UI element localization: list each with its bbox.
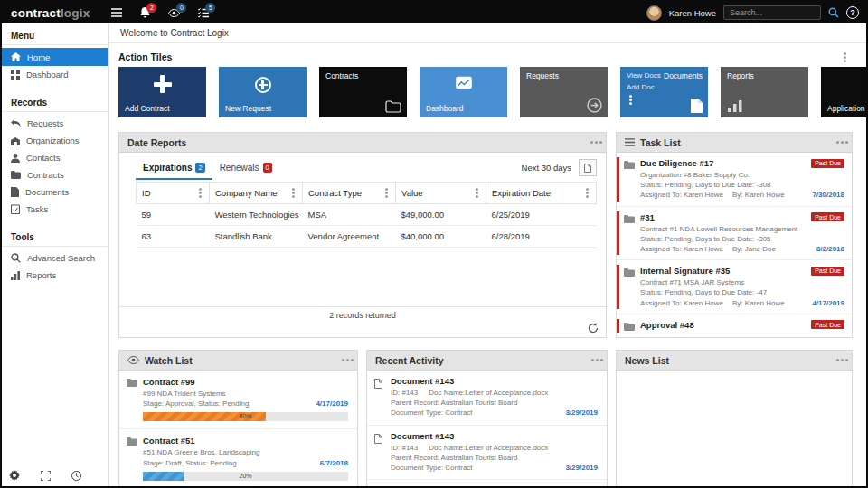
sidebar-item-documents[interactable]: Documents — [2, 183, 108, 201]
settings-gear-icon[interactable] — [9, 470, 20, 481]
tile-contracts[interactable]: Contracts — [319, 67, 407, 117]
dashboard-grid-icon — [11, 70, 20, 80]
sidebar-header-menu: Menu — [2, 23, 108, 45]
sidebar-item-organizations[interactable]: Organizations — [2, 132, 108, 149]
sidebar-item-requests[interactable]: Requests — [2, 115, 108, 132]
sidebar-item-label: Advanced Search — [27, 253, 95, 263]
sidebar-item-reports[interactable]: Reports — [2, 267, 108, 284]
drag-handle-icon[interactable] — [841, 359, 844, 361]
history-clock-icon[interactable] — [71, 471, 81, 481]
search-icon[interactable] — [828, 2, 839, 23]
progress-label: 60% — [143, 412, 348, 421]
watch-eye-icon[interactable]: 0 — [168, 2, 180, 23]
sidebar-item-tasks[interactable]: Tasks — [2, 201, 108, 218]
avatar[interactable] — [646, 5, 662, 21]
tile-application[interactable]: Application — [821, 67, 866, 117]
notifications-bell-icon[interactable]: 2 — [140, 2, 150, 23]
task-list-item[interactable]: #31Past Due Contract #1 NDA Lowell Resou… — [617, 207, 852, 261]
file-icon — [11, 187, 19, 197]
tasks-badge: 5 — [205, 3, 215, 13]
task-date: 7/30/2018 — [812, 190, 844, 200]
column-menu-icon[interactable] — [199, 192, 202, 194]
column-label: Expiration Date — [492, 188, 551, 198]
table-header-row: ID Company Name Contract Type Value Expi… — [137, 183, 597, 204]
activity-item[interactable]: Document #143 — [367, 480, 607, 486]
tile-menu-add-doc[interactable]: Add Doc — [627, 83, 655, 91]
watch-list-item[interactable]: Contract #99 #99 NDA Trident Systems Sta… — [119, 371, 357, 429]
column-expiration: Expiration Date — [486, 183, 597, 204]
activity-item[interactable]: Document #143 ID: #143Doc Name:Letter of… — [367, 371, 607, 426]
user-name[interactable]: Karen Howe — [669, 8, 716, 18]
drag-handle-icon[interactable] — [346, 359, 349, 361]
tile-add-contract[interactable]: Add Contract — [118, 67, 206, 117]
task-date: 4/17/2019 — [812, 298, 844, 308]
task-status: Status: Pending, Days to Due Date: -47 — [640, 287, 844, 297]
sidebar-item-contracts[interactable]: Contracts — [2, 166, 108, 183]
task-list-item[interactable]: Due Diligence #17Past Due Organization #… — [617, 153, 852, 207]
watch-list-item[interactable]: Contract #51 #51 NDA Greene Bros. Landsc… — [119, 429, 357, 486]
drag-handle-icon[interactable] — [595, 141, 598, 144]
tile-requests[interactable]: Requests — [520, 67, 608, 117]
column-menu-icon[interactable] — [292, 192, 295, 194]
column-menu-icon[interactable] — [476, 192, 478, 194]
tile-documents[interactable]: View Docs Add Doc Documents — [620, 67, 708, 117]
tile-more-icon[interactable] — [629, 99, 632, 101]
tile-new-request[interactable]: New Request — [219, 67, 307, 117]
tab-expirations[interactable]: Expirations 2 — [136, 158, 212, 180]
recent-activity-header: Recent Activity — [367, 351, 607, 371]
search-input[interactable] — [723, 5, 821, 20]
sidebar-item-label: Requests — [27, 118, 63, 128]
tile-menu-view-docs[interactable]: View Docs — [627, 71, 661, 80]
table-row[interactable]: 59 Western Technologies MSA $49,000.00 6… — [137, 204, 597, 226]
tile-label: Contracts — [326, 71, 358, 80]
sidebar-item-home[interactable]: Home — [2, 48, 108, 66]
table-row[interactable]: 63 Standlish Bank Vendor Agreement $40,0… — [137, 226, 597, 248]
action-tiles-title: Action Tiles — [118, 52, 172, 62]
tile-label: Documents — [664, 71, 703, 80]
task-list-item[interactable]: Internal Signature #35Past Due Contract … — [617, 260, 852, 314]
sidebar-item-advanced-search[interactable]: Advanced Search — [2, 249, 108, 267]
tile-label: Add Contract — [125, 104, 170, 113]
tile-dashboard[interactable]: Dashboard — [420, 67, 507, 117]
sidebar-item-label: Documents — [25, 187, 69, 197]
sidebar-item-label: Contracts — [27, 170, 64, 180]
news-list-body — [617, 371, 852, 486]
column-menu-icon[interactable] — [586, 192, 589, 194]
date-reports-footer: 2 records returned — [119, 306, 606, 337]
circle-plus-icon — [255, 77, 271, 93]
watch-badge: 0 — [176, 3, 186, 13]
task-by: By: Karen Howe — [732, 190, 785, 200]
task-checklist-icon[interactable]: 5 — [198, 2, 209, 23]
tab-renewals[interactable]: Renewals 0 — [212, 158, 279, 180]
drag-handle-icon[interactable] — [596, 359, 599, 361]
tile-reports[interactable]: Reports — [721, 67, 808, 117]
column-menu-icon[interactable] — [385, 192, 388, 194]
export-icon[interactable] — [579, 159, 597, 176]
clipboard-check-icon — [11, 204, 20, 214]
sidebar-item-dashboard[interactable]: Dashboard — [2, 66, 108, 83]
recent-activity-body: Document #143 ID: #143Doc Name:Letter of… — [367, 371, 607, 486]
hamburger-menu-icon[interactable] — [111, 2, 122, 23]
folder-icon — [624, 268, 635, 277]
cell-expiration: 6/25/2019 — [486, 204, 597, 226]
task-status: Status: Pending, Days to Due Date: -308 — [640, 180, 844, 190]
cell-value: $49,000.00 — [396, 204, 486, 226]
help-icon[interactable] — [846, 6, 859, 19]
refresh-icon[interactable] — [588, 323, 599, 333]
sidebar-item-contacts[interactable]: Contacts — [2, 149, 108, 166]
activity-date: 3/29/2019 — [565, 408, 598, 418]
app-logo[interactable]: contractlogix — [9, 6, 102, 20]
chart-icon — [455, 76, 472, 89]
fullscreen-icon[interactable] — [41, 471, 51, 481]
activity-item[interactable]: Document #143 ID: #143Doc Name:Letter of… — [367, 426, 607, 481]
export-file-glyph — [584, 164, 591, 173]
drag-handle-icon[interactable] — [841, 141, 844, 144]
task-date: 8/2/2018 — [816, 244, 844, 254]
task-list-item[interactable]: Approval #48Past Due — [617, 314, 852, 337]
action-tiles-menu-icon[interactable] — [844, 56, 846, 59]
task-title: Approval #48 — [640, 320, 694, 330]
folder-icon — [624, 215, 635, 223]
watch-title: Contract #99 — [143, 377, 348, 387]
file-icon — [691, 99, 703, 113]
folder-icon — [127, 379, 137, 387]
